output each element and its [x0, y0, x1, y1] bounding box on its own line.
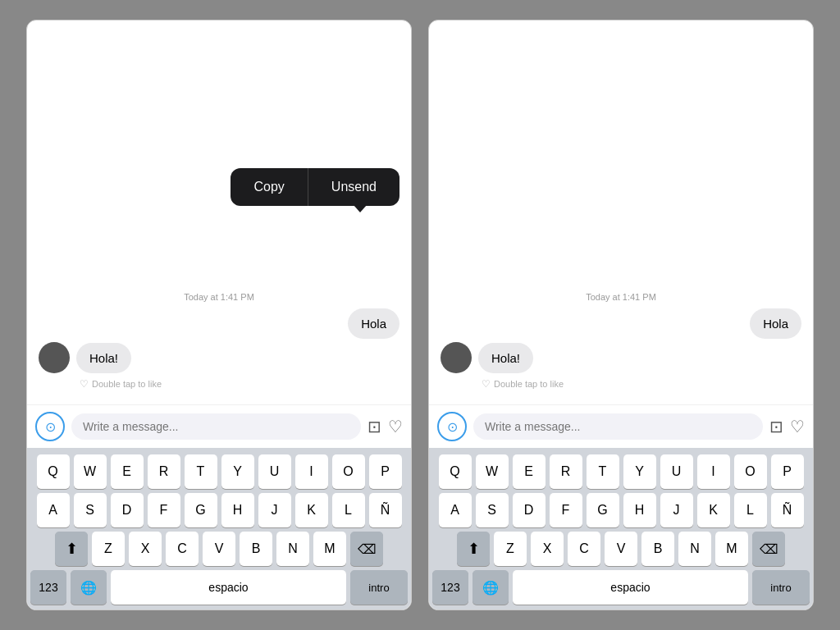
key-B-r[interactable]: B — [641, 532, 674, 566]
key-C[interactable]: C — [166, 532, 199, 566]
shift-key[interactable]: ⬆ — [55, 532, 88, 566]
key-row-1-r: Q W E R T Y U I O P — [432, 454, 810, 489]
left-keyboard: Q W E R T Y U I O P A S D F G H J K L — [27, 448, 411, 609]
key-X-r[interactable]: X — [531, 532, 564, 566]
key-K[interactable]: K — [295, 493, 328, 527]
key-U-r[interactable]: U — [660, 454, 693, 489]
key-J[interactable]: J — [258, 493, 291, 527]
key-L[interactable]: L — [332, 493, 365, 527]
message-input-2[interactable] — [473, 413, 763, 440]
key-O[interactable]: O — [332, 454, 365, 489]
key-L-r[interactable]: L — [734, 493, 767, 527]
key-H[interactable]: H — [221, 493, 254, 527]
key-G[interactable]: G — [185, 493, 217, 527]
key-U[interactable]: U — [258, 454, 291, 489]
key-N-r[interactable]: N — [678, 532, 711, 566]
key-H-r[interactable]: H — [623, 493, 656, 527]
context-menu: Copy Unsend — [231, 168, 399, 206]
key-N-tilde[interactable]: Ñ — [369, 493, 402, 527]
screens-container: Today at 1:41 PM Copy Unsend Hola Hola! … — [10, 3, 830, 627]
shift-key-r[interactable]: ⬆ — [457, 532, 490, 566]
left-input-bar: ⊙ ⊡ ♡ — [27, 404, 411, 448]
key-C-r[interactable]: C — [568, 532, 600, 566]
key-J-r[interactable]: J — [660, 493, 693, 527]
key-T-r[interactable]: T — [587, 454, 619, 489]
key-row-2-r: A S D F G H J K L Ñ — [432, 493, 810, 527]
key-A[interactable]: A — [37, 493, 70, 527]
delete-key[interactable]: ⌫ — [350, 532, 383, 566]
left-bubble-2: Hola! — [478, 343, 533, 373]
key-Q[interactable]: Q — [37, 454, 70, 489]
key-G-r[interactable]: G — [587, 493, 619, 527]
key-K-r[interactable]: K — [697, 493, 730, 527]
left-message-row: Hola! — [39, 342, 399, 373]
key-Y[interactable]: Y — [221, 454, 254, 489]
globe-key-r[interactable]: 🌐 — [472, 570, 509, 605]
key-S-r[interactable]: S — [476, 493, 509, 527]
key-A-r[interactable]: A — [439, 493, 472, 527]
left-bubble: Hola! — [76, 343, 131, 373]
key-B[interactable]: B — [240, 532, 272, 566]
key-D-r[interactable]: D — [513, 493, 546, 527]
key-I[interactable]: I — [295, 454, 328, 489]
delete-key-r[interactable]: ⌫ — [752, 532, 785, 566]
key-E[interactable]: E — [111, 454, 144, 489]
key-N-tilde-r[interactable]: Ñ — [771, 493, 804, 527]
key-P-r[interactable]: P — [771, 454, 804, 489]
right-bubble: Hola — [348, 308, 399, 339]
key-D[interactable]: D — [111, 493, 144, 527]
copy-button[interactable]: Copy — [231, 168, 308, 206]
camera-icon: ⊙ — [45, 419, 56, 435]
key-V[interactable]: V — [203, 532, 235, 566]
key-Z-r[interactable]: Z — [494, 532, 527, 566]
key-O-r[interactable]: O — [734, 454, 767, 489]
key-Q-r[interactable]: Q — [439, 454, 472, 489]
right-timestamp: Today at 1:41 PM — [441, 292, 801, 302]
key-T[interactable]: T — [185, 454, 217, 489]
numbers-key-r[interactable]: 123 — [432, 570, 468, 605]
key-row-3: ⬆ Z X C V B N M ⌫ — [30, 532, 408, 566]
space-key[interactable]: espacio — [111, 570, 346, 605]
message-input[interactable] — [71, 413, 361, 440]
return-key-r[interactable]: intro — [752, 570, 810, 605]
heart-input-icon-2[interactable]: ♡ — [790, 417, 805, 436]
key-F-r[interactable]: F — [550, 493, 582, 527]
right-message-row: Hola — [39, 308, 399, 339]
key-F[interactable]: F — [148, 493, 180, 527]
key-N[interactable]: N — [276, 532, 309, 566]
key-Y-r[interactable]: Y — [623, 454, 656, 489]
avatar — [39, 342, 70, 373]
camera-button[interactable]: ⊙ — [35, 412, 65, 441]
left-phone-screen: Today at 1:41 PM Copy Unsend Hola Hola! … — [26, 20, 412, 610]
key-M-r[interactable]: M — [715, 532, 748, 566]
key-row-1: Q W E R T Y U I O P — [30, 454, 408, 489]
key-P[interactable]: P — [369, 454, 402, 489]
key-R[interactable]: R — [148, 454, 180, 489]
space-key-r[interactable]: espacio — [513, 570, 748, 605]
numbers-key[interactable]: 123 — [30, 570, 66, 605]
like-text: Double tap to like — [92, 379, 162, 389]
key-W-r[interactable]: W — [476, 454, 509, 489]
avatar-2 — [441, 342, 472, 373]
right-bubble-2: Hola — [750, 308, 801, 339]
key-S[interactable]: S — [74, 493, 107, 527]
key-V-r[interactable]: V — [605, 532, 637, 566]
left-timestamp: Today at 1:41 PM — [39, 292, 399, 302]
globe-key[interactable]: 🌐 — [71, 570, 107, 605]
key-R-r[interactable]: R — [550, 454, 582, 489]
heart-input-icon[interactable]: ♡ — [388, 417, 403, 436]
key-X[interactable]: X — [129, 532, 162, 566]
image-icon[interactable]: ⊡ — [368, 417, 381, 436]
camera-button-2[interactable]: ⊙ — [437, 412, 467, 441]
key-Z[interactable]: Z — [92, 532, 125, 566]
like-row-2: ♡ Double tap to like — [482, 378, 801, 390]
key-M[interactable]: M — [313, 532, 346, 566]
key-E-r[interactable]: E — [513, 454, 546, 489]
return-key[interactable]: intro — [350, 570, 408, 605]
key-I-r[interactable]: I — [697, 454, 730, 489]
key-W[interactable]: W — [74, 454, 107, 489]
heart-icon: ♡ — [80, 378, 89, 390]
unsend-button[interactable]: Unsend — [308, 168, 399, 206]
image-icon-2[interactable]: ⊡ — [769, 417, 783, 436]
key-row-4: 123 🌐 espacio intro — [30, 570, 408, 605]
